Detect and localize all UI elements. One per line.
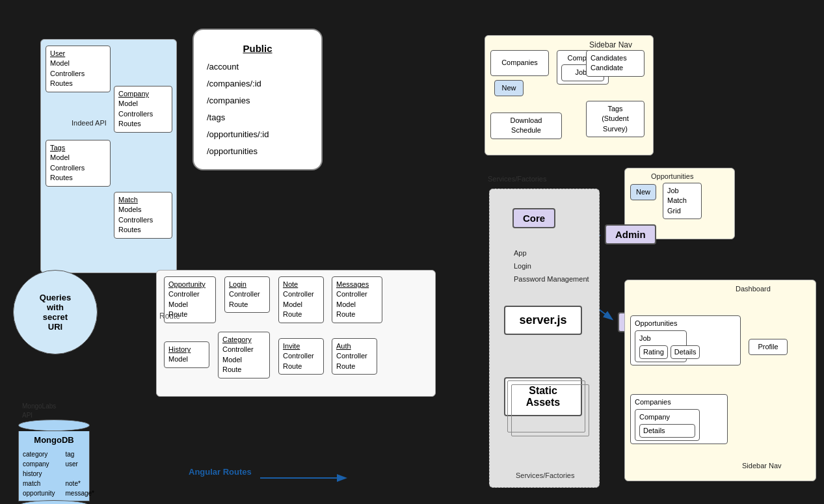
- category-route: Route: [222, 365, 241, 373]
- auth-controller: Controller: [336, 352, 367, 360]
- candidates-label: Candidates: [591, 53, 640, 63]
- history-box: History Model: [164, 341, 209, 368]
- match-module-title: Match: [118, 196, 138, 204]
- category-model: Model: [222, 356, 242, 364]
- dash-companies-label: Companies: [635, 397, 723, 407]
- services-top-label: Services/Factories: [488, 174, 546, 184]
- messages-route: Route: [336, 310, 355, 318]
- company-model: Model: [118, 99, 138, 107]
- companies-label: Companies: [501, 58, 538, 68]
- mongolabs-api-label: MongoLabsAPI: [22, 402, 56, 420]
- tags-model: Model: [50, 153, 70, 161]
- mongodb-title: MongoDB: [23, 434, 85, 447]
- download-schedule-box[interactable]: Download Schedule: [490, 113, 562, 139]
- queries-label: QuerieswithsecretURI: [40, 293, 71, 332]
- invite-box: Invite Controller Route: [278, 338, 324, 375]
- history-model: Model: [168, 355, 188, 363]
- user-module-title: User: [50, 49, 65, 57]
- note-route: Route: [283, 310, 302, 318]
- new-btn-admin[interactable]: New: [630, 184, 656, 200]
- tags-controllers: Controllers: [50, 164, 85, 172]
- category-title: Category: [222, 336, 252, 343]
- user-model: Model: [50, 59, 70, 67]
- route-companies-id: /companies/:id: [207, 75, 308, 92]
- login-box: Login Controller Route: [224, 276, 270, 313]
- messages-box: Messages Controller Model Route: [332, 276, 382, 323]
- dash-profile-box: Profile: [749, 339, 788, 355]
- mongodb-col1: categorycompanyhistorymatchopportunity: [23, 449, 55, 498]
- student-survey-label: (Student Survey): [591, 114, 640, 134]
- dashboard-opportunities-box: Opportunities Job Rating Details: [630, 315, 741, 365]
- admin-box: Admin: [605, 224, 656, 245]
- job-match-grid-box: Job Match Grid: [663, 183, 702, 219]
- route-opportunities-id: /opportunities/:id: [207, 126, 308, 143]
- server-box: server.js: [504, 306, 582, 335]
- match-controllers: Controllers: [118, 216, 153, 224]
- dash-job-label: Job: [639, 334, 682, 343]
- messages-controller: Controller: [336, 290, 367, 298]
- app-items: App Login Password Management: [514, 247, 589, 285]
- static-stack-2: [511, 384, 589, 436]
- services-bottom-label: Services/Factories: [516, 471, 574, 481]
- dash-details-box: Details: [671, 345, 700, 359]
- login-controller: Controller: [229, 290, 260, 298]
- sidebar-nav-top-container: Sidebar Nav Companies Company Jobs New D…: [485, 35, 654, 155]
- dashboard-container: Dashboard Opportunities Job Rating Detai…: [624, 280, 816, 481]
- note-box: Note Controller Model Route: [278, 276, 324, 323]
- tags-module-title: Tags: [50, 144, 65, 152]
- app-label: App: [514, 247, 589, 260]
- queries-ellipse: QuerieswithsecretURI: [13, 270, 98, 354]
- match-module-box: Match Models Controllers Routes: [114, 192, 172, 239]
- grid-label-admin: Grid: [667, 206, 697, 216]
- sidebar-nav-bottom-title: Sidebar Nav: [742, 461, 782, 471]
- new-button-top[interactable]: New: [494, 80, 524, 96]
- candidate-label: Candidate: [591, 63, 640, 73]
- indeed-api-label: Indeed API: [72, 118, 107, 128]
- server-container: Services/Factories: [489, 189, 600, 488]
- tags-routes: Routes: [50, 174, 73, 181]
- note-controller: Controller: [283, 290, 314, 298]
- match-models: Models: [118, 206, 141, 213]
- companies-box: Companies: [490, 50, 549, 76]
- match-label-admin: Match: [667, 196, 697, 206]
- job-label-admin: Job: [667, 186, 697, 196]
- login-route: Route: [229, 300, 248, 308]
- user-controllers: Controllers: [50, 70, 85, 77]
- opportunities-admin-title: Opportunities: [651, 172, 693, 181]
- note-model: Model: [283, 300, 302, 308]
- password-label: Password Management: [514, 273, 589, 286]
- public-title: Public: [207, 39, 308, 59]
- login-label: Login: [514, 260, 589, 273]
- company-routes: Routes: [118, 120, 141, 127]
- history-title: History: [168, 345, 191, 353]
- cyl-top: [18, 419, 90, 431]
- dash-rating-box: Rating: [639, 345, 668, 359]
- public-routes-box: Public /account /companies/:id /companie…: [193, 29, 323, 170]
- dash-job-box: Job Rating Details: [635, 330, 687, 362]
- route-companies: /companies: [207, 92, 308, 109]
- route-opportunities: /opportunities: [207, 143, 308, 160]
- category-box: Category Controller Model Route: [218, 332, 270, 378]
- dash-opp-title: Opportunities: [635, 319, 736, 328]
- messages-model: Model: [336, 300, 356, 308]
- invite-route: Route: [283, 362, 302, 370]
- auth-box: Auth Controller Route: [332, 338, 377, 375]
- opportunity-title: Opportunity: [168, 280, 206, 288]
- login-title: Login: [229, 280, 246, 288]
- user-routes: Routes: [50, 79, 73, 87]
- dash-company-box: Company Details: [635, 409, 700, 441]
- match-routes: Routes: [118, 226, 141, 233]
- angular-routes-label: Angular Routes: [189, 467, 252, 477]
- auth-route: Route: [336, 362, 355, 370]
- route-label: Route: [159, 311, 180, 322]
- sidebar-nav-top-title: Sidebar Nav: [589, 40, 632, 51]
- opp-model: Model: [168, 300, 188, 308]
- opp-controller: Controller: [168, 290, 200, 298]
- route-tags: /tags: [207, 109, 308, 126]
- cyl-body: MongoDB categorycompanyhistorymatchoppor…: [18, 431, 90, 501]
- tags-module-box: Tags Model Controllers Routes: [46, 140, 111, 187]
- mongodb-cylinder: MongoDB categorycompanyhistorymatchoppor…: [18, 419, 90, 504]
- messages-title: Messages: [336, 280, 369, 288]
- company-module-title: Company: [118, 90, 149, 98]
- core-box: Core: [512, 208, 555, 228]
